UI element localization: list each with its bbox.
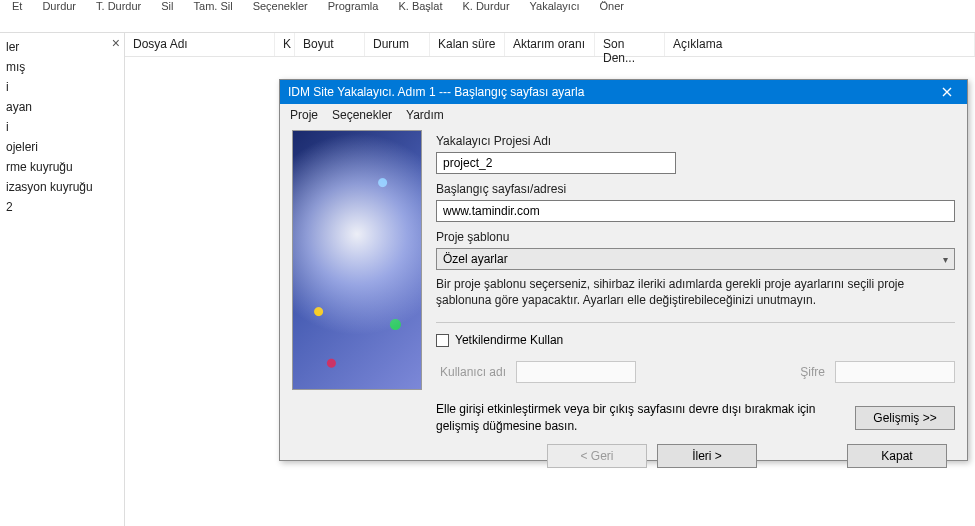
toolbar-item[interactable]: Programla xyxy=(320,0,387,12)
toolbar-item[interactable]: K. Başlat xyxy=(390,0,450,12)
toolbar-item[interactable]: Durdur xyxy=(34,0,84,12)
main-toolbar: Et Durdur T. Durdur Sil Tam. Sil Seçenek… xyxy=(0,0,975,33)
col-last[interactable]: Son Den... xyxy=(595,33,665,56)
col-remaining[interactable]: Kalan süre xyxy=(430,33,505,56)
close-icon[interactable]: × xyxy=(112,35,120,51)
sidebar-item[interactable]: mış xyxy=(0,57,124,77)
wizard-illustration xyxy=(292,130,422,390)
col-rate[interactable]: Aktarım oranı xyxy=(505,33,595,56)
col-size[interactable]: Boyut xyxy=(295,33,365,56)
sidebar-item[interactable]: i xyxy=(0,117,124,137)
toolbar-item[interactable]: Yakalayıcı xyxy=(522,0,588,12)
toolbar-item[interactable]: Tam. Sil xyxy=(186,0,241,12)
start-page-input[interactable] xyxy=(436,200,955,222)
sidebar-item[interactable]: ayan xyxy=(0,97,124,117)
col-filename[interactable]: Dosya Adı xyxy=(125,33,275,56)
password-label: Şifre xyxy=(800,365,825,379)
project-name-label: Yakalayıcı Projesi Adı xyxy=(436,134,955,148)
menu-options[interactable]: Seçenekler xyxy=(332,108,392,122)
username-input xyxy=(516,361,636,383)
category-sidebar: × ler mış i ayan i ojeleri rme kuyruğu i… xyxy=(0,33,125,526)
dialog-title: IDM Site Yakalayıcı. Adım 1 --- Başlangı… xyxy=(288,85,927,99)
dialog-titlebar[interactable]: IDM Site Yakalayıcı. Adım 1 --- Başlangı… xyxy=(280,80,967,104)
sidebar-item[interactable]: ojeleri xyxy=(0,137,124,157)
close-button[interactable]: Kapat xyxy=(847,444,947,468)
toolbar-item[interactable]: Et xyxy=(4,0,30,12)
toolbar-item[interactable]: Sil xyxy=(153,0,181,12)
menu-help[interactable]: Yardım xyxy=(406,108,444,122)
template-hint: Bir proje şablonu seçerseniz, sihirbaz i… xyxy=(436,276,955,308)
close-icon[interactable] xyxy=(927,80,967,104)
column-headers: Dosya Adı K Boyut Durum Kalan süre Aktar… xyxy=(125,33,975,57)
menu-project[interactable]: Proje xyxy=(290,108,318,122)
grabber-wizard-dialog: IDM Site Yakalayıcı. Adım 1 --- Başlangı… xyxy=(279,79,968,461)
toolbar-item[interactable]: T. Durdur xyxy=(88,0,149,12)
col-desc[interactable]: Açıklama xyxy=(665,33,975,56)
advanced-button[interactable]: Gelişmiş >> xyxy=(855,406,955,430)
back-button: < Geri xyxy=(547,444,647,468)
advanced-note: Elle girişi etkinleştirmek veya bir çıkı… xyxy=(436,401,843,433)
start-page-label: Başlangıç sayfası/adresi xyxy=(436,182,955,196)
chevron-down-icon: ▾ xyxy=(943,254,948,265)
toolbar-item[interactable]: K. Durdur xyxy=(454,0,517,12)
toolbar-item[interactable]: Öner xyxy=(591,0,631,12)
sidebar-item[interactable]: 2 xyxy=(0,197,124,217)
template-select[interactable]: Özel ayarlar ▾ xyxy=(436,248,955,270)
next-button[interactable]: İleri > xyxy=(657,444,757,468)
template-label: Proje şablonu xyxy=(436,230,955,244)
col-status[interactable]: Durum xyxy=(365,33,430,56)
project-name-input[interactable] xyxy=(436,152,676,174)
dialog-menubar: Proje Seçenekler Yardım xyxy=(280,104,967,126)
auth-label: Yetkilendirme Kullan xyxy=(455,333,563,347)
col-k[interactable]: K xyxy=(275,33,295,56)
sidebar-item[interactable]: ler xyxy=(0,37,124,57)
username-label: Kullanıcı adı xyxy=(436,365,506,379)
separator xyxy=(436,322,955,323)
sidebar-item[interactable]: i xyxy=(0,77,124,97)
sidebar-item[interactable]: izasyon kuyruğu xyxy=(0,177,124,197)
auth-checkbox[interactable] xyxy=(436,334,449,347)
toolbar-item[interactable]: Seçenekler xyxy=(245,0,316,12)
dialog-footer: < Geri İleri > Kapat xyxy=(280,434,967,482)
sidebar-item[interactable]: rme kuyruğu xyxy=(0,157,124,177)
password-input xyxy=(835,361,955,383)
template-value: Özel ayarlar xyxy=(443,252,508,266)
